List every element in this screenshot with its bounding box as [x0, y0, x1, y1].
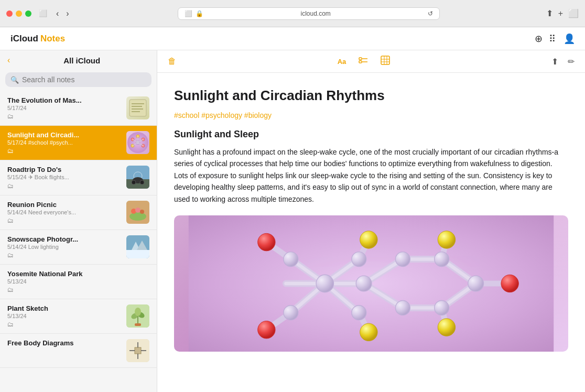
share-note-button[interactable]: ⬆: [549, 56, 560, 68]
note-meta: 5/17/24: [7, 105, 122, 111]
list-item[interactable]: Plant Sketch 5/13/24 🗂: [0, 299, 157, 334]
table-button[interactable]: [378, 55, 392, 68]
svg-point-87: [284, 252, 298, 267]
tabs-button[interactable]: ⬜: [568, 8, 579, 18]
note-viewer: 🗑 Aa: [157, 50, 585, 392]
folder-icon: 🗂: [7, 182, 122, 190]
svg-point-97: [258, 321, 275, 338]
svg-rect-0: [129, 100, 146, 116]
format-text-button[interactable]: Aa: [335, 55, 349, 68]
maximize-button[interactable]: [25, 10, 31, 17]
grid-view-button[interactable]: ⠿: [549, 33, 556, 45]
toolbar-left: 🗑: [166, 56, 178, 67]
note-title: Snowscape Photogr...: [7, 235, 122, 243]
close-button[interactable]: [6, 10, 13, 17]
folder-icon: 🗂: [7, 113, 122, 120]
note-thumbnail: [126, 339, 149, 362]
sidebar-toggle-button[interactable]: ⬜: [39, 9, 47, 17]
app-container: iCloud Notes ⊕ ⠿ 👤 ‹ All iCloud 🔍: [0, 27, 585, 392]
traffic-lights: [6, 10, 31, 17]
svg-point-85: [316, 275, 333, 292]
list-item[interactable]: Snowscape Photogr... 5/14/24 Low lightin…: [0, 230, 157, 265]
svg-point-101: [438, 231, 455, 248]
svg-rect-46: [359, 61, 362, 63]
svg-point-21: [132, 180, 136, 184]
reload-icon[interactable]: ↺: [428, 10, 433, 17]
new-note-button[interactable]: ⊕: [535, 33, 543, 45]
svg-rect-48: [381, 56, 389, 64]
notes-text: Notes: [40, 34, 65, 44]
search-bar[interactable]: 🔍: [5, 72, 151, 87]
user-avatar[interactable]: 👤: [562, 31, 577, 46]
address-bar[interactable]: ⬜ 🔒 icloud.com ↺: [178, 7, 440, 20]
note-title: Plant Sketch: [7, 304, 122, 312]
svg-point-88: [284, 306, 298, 320]
note-text: Plant Sketch 5/13/24 🗂: [7, 304, 122, 328]
search-icon: 🔍: [10, 76, 19, 84]
browser-address-bar: ⬜ 🔒 icloud.com ↺: [76, 7, 542, 20]
browser-nav: ‹ ›: [53, 8, 72, 19]
delete-button[interactable]: 🗑: [166, 56, 178, 67]
note-thumbnail: [126, 131, 149, 154]
list-item[interactable]: Reunion Picnic 5/14/24 Need everyone's..…: [0, 195, 157, 230]
note-title: Sunlight and Circadi...: [7, 131, 122, 139]
note-text: Reunion Picnic 5/14/24 Need everyone's..…: [7, 201, 122, 224]
icloud-text: iCloud: [10, 34, 38, 44]
browser-actions: ⬆ + ⬜: [546, 8, 579, 18]
folder-icon: 🗂: [7, 217, 122, 224]
svg-rect-29: [126, 250, 149, 258]
note-tags: #school #psychology #biology: [174, 111, 568, 119]
forward-nav-button[interactable]: ›: [63, 8, 71, 19]
note-thumbnail: [126, 96, 149, 119]
note-thumbnail: [126, 166, 149, 189]
svg-point-91: [395, 252, 410, 267]
sidebar-title: All iCloud: [14, 56, 149, 65]
page-icon: ⬜: [185, 10, 192, 17]
svg-point-100: [360, 323, 377, 341]
svg-point-102: [438, 319, 455, 336]
minimize-button[interactable]: [16, 10, 22, 17]
sidebar-back-button[interactable]: ‹: [7, 56, 10, 65]
note-section-title: Sunlight and Sleep: [174, 129, 568, 140]
new-tab-button[interactable]: +: [558, 9, 563, 18]
lock-icon: 🔒: [196, 10, 203, 17]
svg-point-27: [140, 210, 144, 214]
search-input[interactable]: [22, 75, 146, 84]
svg-point-90: [352, 306, 366, 320]
list-item[interactable]: Roadtrip To Do's 5/15/24 ✈ Book flights.…: [0, 160, 157, 195]
note-thumbnail: [126, 201, 149, 224]
svg-point-95: [468, 276, 484, 291]
note-meta: 5/13/24: [7, 278, 149, 285]
svg-point-36: [135, 308, 141, 316]
svg-rect-44: [359, 58, 362, 60]
note-thumbnail: [126, 235, 149, 258]
svg-rect-39: [135, 347, 141, 354]
note-title: Roadtrip To Do's: [7, 166, 122, 173]
list-item[interactable]: Sunlight and Circadi... 5/17/24 #school …: [0, 126, 157, 160]
list-item[interactable]: Free Body Diagrams: [0, 334, 157, 368]
note-text: Free Body Diagrams: [7, 339, 122, 349]
note-meta: 5/13/24: [7, 313, 122, 319]
note-text: Yosemite National Park 5/13/24 🗂: [7, 270, 149, 293]
main-content: ‹ All iCloud 🔍 The Evolution of Mas... 5…: [0, 50, 585, 392]
folder-icon: 🗂: [7, 321, 122, 328]
svg-rect-37: [135, 323, 141, 326]
folder-icon: 🗂: [7, 286, 149, 293]
svg-point-24: [129, 212, 146, 221]
toolbar-center: Aa: [185, 55, 543, 68]
list-item[interactable]: The Evolution of Mas... 5/17/24 🗂: [0, 91, 157, 126]
note-text: The Evolution of Mas... 5/17/24 🗂: [7, 96, 122, 120]
edit-note-button[interactable]: ✏: [566, 56, 577, 68]
note-text: Roadtrip To Do's 5/15/24 ✈ Book flights.…: [7, 166, 122, 190]
list-item[interactable]: Yosemite National Park 5/13/24 🗂: [0, 265, 157, 299]
share-browser-button[interactable]: ⬆: [546, 8, 553, 18]
note-title: The Evolution of Mas...: [7, 96, 122, 104]
note-body-text: Sunlight has a profound impact on the sl…: [174, 146, 568, 205]
svg-point-22: [140, 180, 144, 184]
note-title: Reunion Picnic: [7, 201, 122, 209]
note-toolbar: 🗑 Aa: [157, 50, 585, 73]
url-text[interactable]: icloud.com: [207, 10, 425, 17]
checklist-button[interactable]: [356, 55, 370, 68]
folder-icon: 🗂: [7, 147, 122, 155]
back-nav-button[interactable]: ‹: [53, 8, 61, 19]
